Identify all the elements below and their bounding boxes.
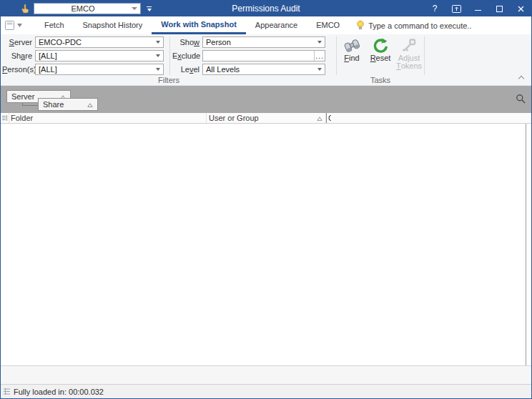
reset-label: Reset [370, 54, 391, 62]
adjust-tokens-label: Adjust Tokens [395, 54, 423, 70]
exclude-combo[interactable]: ... [202, 50, 325, 61]
ribbon-group-filters: ServerEMCO-PDCShare[ALL]Person(s)[ALL] S… [1, 34, 337, 85]
group-by-share[interactable]: Share [38, 98, 98, 111]
maximize-button[interactable] [488, 1, 510, 16]
reset-icon [373, 37, 389, 53]
key-icon [401, 37, 417, 53]
filter-label-share: Share [2, 51, 35, 60]
binoculars-icon [343, 37, 361, 53]
command-hint: Type a command to execute.. [368, 21, 471, 30]
column-header-folder[interactable]: Folder [9, 113, 207, 123]
share-value: [ALL] [39, 51, 156, 60]
grid-header: Folder User or Group C [1, 113, 531, 124]
person-s-combo[interactable]: [ALL] [35, 64, 164, 75]
minimize-button[interactable] [467, 1, 488, 16]
filter-row-level: LevelAll Levels [172, 64, 325, 75]
filter-label-level: Level [172, 65, 202, 74]
ribbon-separator [424, 36, 425, 75]
filter-row-share: Share[ALL] [2, 50, 164, 61]
tab-strip: FetchSnapshot HistoryWork with SnapshotA… [35, 16, 349, 34]
filter-row-show: ShowPerson [172, 36, 325, 48]
chevron-down-icon [132, 7, 137, 10]
group-connector [22, 103, 38, 106]
group-by-server-label: Server [11, 92, 34, 101]
grid-body [1, 124, 531, 365]
lightbulb-icon [356, 20, 365, 31]
column-header-user-label: User or Group [209, 114, 259, 122]
server-value: EMCO-PDC [39, 38, 156, 46]
statusbar: Fully loaded in: 00:00.032 [1, 384, 531, 398]
find-label: Find [344, 54, 359, 62]
tab-fetch[interactable]: Fetch [35, 16, 74, 34]
show-value: Person [206, 38, 317, 46]
chevron-down-icon [317, 41, 322, 44]
column-header-partial[interactable]: C [326, 113, 331, 123]
ribbon-options-button[interactable] [445, 1, 467, 16]
window-app-combo[interactable]: EMCO [34, 3, 141, 14]
chevron-down-icon [317, 68, 322, 71]
status-text: Fully loaded in: 00:00.032 [14, 388, 104, 396]
filter-label-exclude: Exclude [172, 51, 202, 60]
app-window: EMCO Permissions Audit ? FetchSnapshot H… [0, 0, 532, 399]
window-controls: ? [424, 1, 531, 16]
chevron-down-icon [156, 54, 160, 57]
server-combo[interactable]: EMCO-PDC [35, 36, 164, 48]
filters-group-caption: Filters [1, 76, 337, 84]
tasks-group-caption: Tasks [337, 76, 424, 84]
ribbon-display-icon[interactable] [1, 16, 26, 34]
adjust-tokens-button: Adjust Tokens [395, 37, 423, 70]
group-by-panel[interactable]: ServerShare [1, 86, 531, 113]
group-by-share-label: Share [43, 100, 64, 109]
ribbon-separator [169, 36, 170, 75]
tab-emco[interactable]: EMCO [307, 16, 349, 34]
record-navigator [1, 365, 531, 384]
sort-asc-icon [317, 114, 322, 122]
search-icon[interactable] [516, 94, 526, 105]
find-button[interactable]: Find [338, 37, 365, 70]
ribbon-group-tasks: FindResetAdjust Tokens Tasks [337, 34, 424, 85]
filter-row-person-s: Person(s)[ALL] [2, 64, 164, 75]
reset-button[interactable]: Reset [367, 37, 394, 70]
tab-appearance[interactable]: Appearance [246, 16, 307, 34]
quick-access-dropdown[interactable] [147, 6, 152, 11]
filter-label-person-s: Person(s) [2, 65, 35, 74]
filter-label-server: Server [2, 38, 35, 46]
tab-snapshot-history[interactable]: Snapshot History [74, 16, 152, 34]
level-value: All Levels [206, 65, 317, 74]
ribbon: ServerEMCO-PDCShare[ALL]Person(s)[ALL] S… [1, 34, 531, 86]
column-header-user[interactable]: User or Group [207, 113, 326, 123]
help-button[interactable]: ? [424, 1, 445, 16]
chevron-down-icon [156, 41, 160, 44]
window-app-combo-value: EMCO [34, 4, 132, 13]
grid-status-icon [4, 388, 10, 396]
emco-hand-icon [21, 4, 29, 14]
show-combo[interactable]: Person [202, 36, 325, 48]
person-s-value: [ALL] [39, 65, 156, 74]
share-combo[interactable]: [ALL] [35, 50, 164, 61]
filter-row-exclude: Exclude... [172, 50, 325, 61]
frozen-column-divider [526, 124, 526, 365]
filter-row-server: ServerEMCO-PDC [2, 36, 164, 48]
row-indicator-header [1, 113, 9, 123]
close-button[interactable] [510, 1, 531, 16]
exclude-ellipsis-button[interactable]: ... [314, 51, 325, 61]
tab-work-with-snapshot[interactable]: Work with Snapshot [152, 16, 246, 34]
level-combo[interactable]: All Levels [202, 64, 325, 75]
command-box[interactable]: Type a command to execute.. [356, 16, 471, 34]
sort-asc-icon [87, 100, 93, 109]
chevron-down-icon [156, 68, 160, 71]
ribbon-tab-row: FetchSnapshot HistoryWork with SnapshotA… [1, 16, 531, 34]
filter-label-show: Show [172, 38, 202, 46]
ribbon-collapse-button[interactable] [518, 75, 524, 81]
titlebar: EMCO Permissions Audit ? [1, 1, 531, 16]
